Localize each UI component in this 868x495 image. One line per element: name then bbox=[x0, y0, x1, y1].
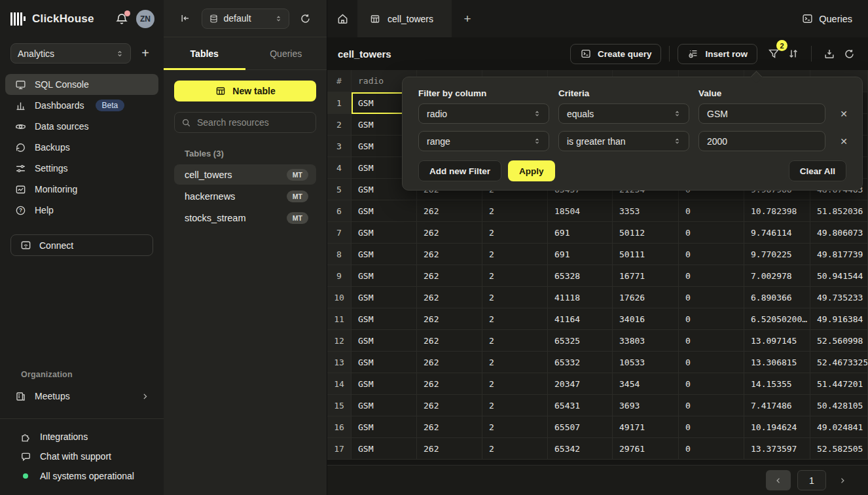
table-cell[interactable]: 50.428105 bbox=[810, 395, 868, 416]
table-cell[interactable]: 41118 bbox=[548, 287, 613, 308]
table-cell[interactable]: 2 bbox=[482, 244, 548, 265]
table-cell[interactable]: 262 bbox=[417, 416, 482, 438]
table-cell[interactable]: 52.582505 bbox=[810, 438, 868, 460]
table-cell[interactable]: 2 bbox=[482, 373, 548, 395]
table-cell[interactable]: GSM bbox=[352, 200, 417, 222]
table-cell[interactable]: 0 bbox=[679, 352, 744, 373]
table-cell[interactable]: GSM bbox=[352, 438, 417, 460]
tab-cell-towers[interactable]: cell_towers bbox=[357, 0, 452, 37]
table-cell[interactable]: 7.417486 bbox=[744, 395, 810, 416]
table-cell[interactable]: 2 bbox=[482, 200, 548, 222]
filter-column-select[interactable]: range bbox=[418, 131, 549, 151]
table-cell[interactable]: 2 bbox=[482, 352, 548, 373]
table-cell[interactable]: 2 bbox=[482, 330, 548, 352]
table-cell[interactable]: 262 bbox=[417, 222, 482, 244]
table-cell[interactable]: 262 bbox=[417, 395, 482, 416]
footer-item-integrations[interactable]: Integrations bbox=[0, 427, 164, 447]
table-cell[interactable]: 50111 bbox=[613, 244, 679, 265]
table-list-item-hackernews[interactable]: hackernews MT bbox=[174, 186, 316, 206]
previous-page-button[interactable] bbox=[766, 470, 791, 490]
next-page-button[interactable] bbox=[833, 470, 852, 490]
sidebar-item-meetups[interactable]: Meetups bbox=[5, 386, 158, 407]
table-cell[interactable]: 65431 bbox=[548, 395, 613, 416]
table-cell[interactable]: 0 bbox=[679, 416, 744, 438]
table-list-item-cell_towers[interactable]: cell_towers MT bbox=[174, 164, 316, 185]
table-cell[interactable]: GSM bbox=[352, 265, 417, 287]
table-cell[interactable]: 51.852036 bbox=[810, 200, 868, 222]
table-cell[interactable]: 262 bbox=[417, 308, 482, 330]
column-header-#[interactable]: # bbox=[327, 70, 352, 92]
table-cell[interactable]: 10.782398 bbox=[744, 200, 810, 222]
table-cell[interactable]: 2 bbox=[482, 222, 548, 244]
table-cell[interactable]: GSM bbox=[352, 287, 417, 308]
new-table-button[interactable]: New table bbox=[174, 81, 316, 101]
table-cell[interactable]: GSM bbox=[352, 222, 417, 244]
table-cell[interactable]: 65507 bbox=[548, 416, 613, 438]
sidebar-item-settings[interactable]: Settings bbox=[5, 158, 158, 179]
refresh-icon[interactable] bbox=[299, 12, 311, 24]
table-cell[interactable]: 0 bbox=[679, 200, 744, 222]
tab-queries[interactable]: Queries bbox=[245, 37, 327, 69]
table-list-item-stocks_stream[interactable]: stocks_stream MT bbox=[174, 208, 316, 228]
table-cell[interactable]: 34016 bbox=[613, 308, 679, 330]
table-cell[interactable]: 29761 bbox=[613, 438, 679, 460]
table-cell[interactable]: 262 bbox=[417, 330, 482, 352]
table-cell[interactable]: GSM bbox=[352, 244, 417, 265]
table-cell[interactable]: 65332 bbox=[548, 352, 613, 373]
table-cell[interactable]: 0 bbox=[679, 244, 744, 265]
collapse-panel-icon[interactable] bbox=[179, 12, 191, 24]
tab-tables[interactable]: Tables bbox=[164, 37, 245, 69]
table-cell[interactable]: 49.806073 bbox=[810, 222, 868, 244]
table-cell[interactable]: GSM bbox=[352, 330, 417, 352]
footer-item-all-systems-operational[interactable]: All systems operational bbox=[0, 466, 164, 486]
table-cell[interactable]: 0 bbox=[679, 265, 744, 287]
table-cell[interactable]: 0 bbox=[679, 373, 744, 395]
table-cell[interactable]: 49.024841 bbox=[810, 416, 868, 438]
sidebar-item-help[interactable]: ? Help bbox=[5, 200, 158, 221]
table-cell[interactable]: 33803 bbox=[613, 330, 679, 352]
table-cell[interactable]: GSM bbox=[352, 308, 417, 330]
table-cell[interactable]: 50112 bbox=[613, 222, 679, 244]
table-cell[interactable]: 52.4673325 bbox=[810, 352, 868, 373]
table-cell[interactable]: 10.194624 bbox=[744, 416, 810, 438]
footer-item-chat-with-support[interactable]: Chat with support bbox=[0, 447, 164, 466]
filter-value-input[interactable] bbox=[707, 109, 817, 119]
download-icon[interactable] bbox=[820, 44, 839, 64]
notifications-bell-icon[interactable] bbox=[115, 12, 130, 26]
connect-button[interactable]: Connect bbox=[10, 234, 153, 256]
table-cell[interactable]: 65328 bbox=[548, 265, 613, 287]
insert-row-button[interactable]: Insert row bbox=[678, 44, 757, 64]
table-cell[interactable]: 10533 bbox=[613, 352, 679, 373]
table-cell[interactable]: 41164 bbox=[548, 308, 613, 330]
table-cell[interactable]: 13.306815 bbox=[744, 352, 810, 373]
remove-filter-button[interactable]: ✕ bbox=[835, 136, 853, 147]
filter-criteria-select[interactable]: is greater than bbox=[558, 131, 689, 151]
add-workspace-button[interactable]: + bbox=[137, 46, 153, 61]
filter-criteria-select[interactable]: equals bbox=[558, 103, 689, 124]
table-cell[interactable]: 3693 bbox=[613, 395, 679, 416]
table-cell[interactable]: 2 bbox=[482, 287, 548, 308]
table-cell[interactable]: 49.916384 bbox=[810, 308, 868, 330]
queries-button[interactable]: Queries bbox=[801, 0, 852, 37]
table-cell[interactable]: 262 bbox=[417, 373, 482, 395]
table-cell[interactable]: 9.770225 bbox=[744, 244, 810, 265]
table-cell[interactable]: 49171 bbox=[613, 416, 679, 438]
table-cell[interactable]: 65325 bbox=[548, 330, 613, 352]
table-cell[interactable]: 0 bbox=[679, 308, 744, 330]
table-cell[interactable]: 6.890366 bbox=[744, 287, 810, 308]
table-cell[interactable]: 2 bbox=[482, 416, 548, 438]
table-cell[interactable]: 65342 bbox=[548, 438, 613, 460]
filter-value-input[interactable] bbox=[707, 136, 817, 147]
table-cell[interactable]: 691 bbox=[548, 222, 613, 244]
table-cell[interactable]: 2 bbox=[482, 395, 548, 416]
table-cell[interactable]: GSM bbox=[352, 373, 417, 395]
table-cell[interactable]: 7.002978 bbox=[744, 265, 810, 287]
table-cell[interactable]: 52.560998 bbox=[810, 330, 868, 352]
table-cell[interactable]: 20347 bbox=[548, 373, 613, 395]
table-cell[interactable]: 691 bbox=[548, 244, 613, 265]
table-cell[interactable]: 262 bbox=[417, 265, 482, 287]
table-cell[interactable]: GSM bbox=[352, 395, 417, 416]
table-cell[interactable]: 2 bbox=[482, 308, 548, 330]
sidebar-item-data-sources[interactable]: Data sources bbox=[5, 116, 158, 137]
table-cell[interactable]: 262 bbox=[417, 287, 482, 308]
